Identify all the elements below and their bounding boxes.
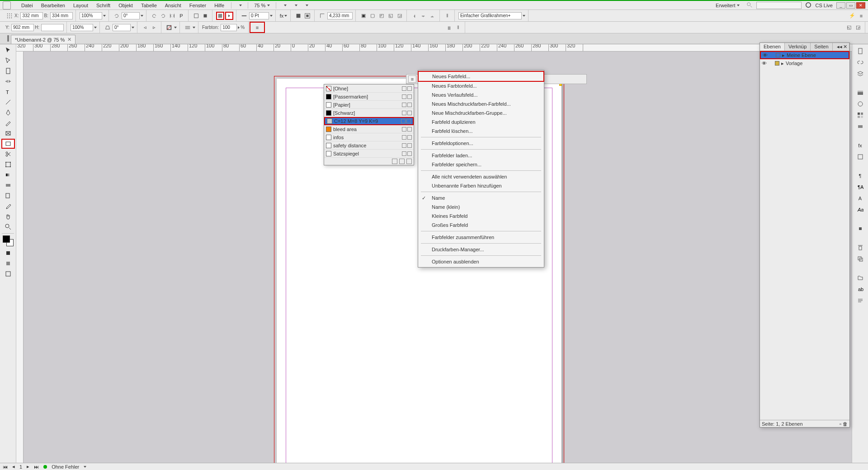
- menu-objekt[interactable]: Objekt: [114, 2, 137, 9]
- menu-ansicht[interactable]: Ansicht: [161, 2, 185, 9]
- refpoint-icon[interactable]: [5, 12, 14, 20]
- new-swatch-icon[interactable]: [399, 159, 405, 164]
- menu-datei[interactable]: Datei: [17, 2, 37, 9]
- stroke-field[interactable]: [249, 12, 269, 19]
- menu-schrift[interactable]: Schrift: [92, 2, 114, 9]
- swatch-row[interactable]: Satzspiegel: [324, 150, 414, 158]
- view-options-2[interactable]: [290, 3, 301, 8]
- zoom-tool[interactable]: [1, 222, 15, 232]
- dist-v-icon[interactable]: ⫴: [454, 24, 462, 32]
- swatch-row[interactable]: [Schwarz]: [324, 109, 414, 117]
- hand-tool[interactable]: [1, 212, 15, 221]
- h-field[interactable]: [41, 24, 64, 31]
- stroke-icon[interactable]: [165, 24, 173, 32]
- tabs-panel-icon[interactable]: [854, 273, 867, 283]
- effects-icon[interactable]: fx: [279, 12, 288, 20]
- menu-item[interactable]: Alle nicht verwendeten auswählen: [418, 172, 544, 181]
- align-left-icon[interactable]: ⫞: [410, 12, 419, 20]
- selection-tool[interactable]: [1, 45, 15, 55]
- close-button[interactable]: ✕: [856, 2, 865, 9]
- pathfinder-icon[interactable]: [854, 254, 867, 264]
- rectangle-tool[interactable]: [1, 139, 15, 149]
- page-nav-prev-icon[interactable]: ◂: [12, 464, 15, 470]
- menu-item[interactable]: Farbfeld löschen...: [418, 127, 544, 136]
- pen-tool[interactable]: [1, 108, 15, 118]
- gradient-swatch-tool[interactable]: [1, 170, 15, 180]
- scalex-field[interactable]: [80, 12, 102, 19]
- tab-seiten[interactable]: Seiten: [811, 43, 832, 51]
- fit-content-icon[interactable]: ▢: [368, 12, 377, 20]
- links-panel-icon[interactable]: [854, 57, 867, 68]
- fill-dropdown-icon[interactable]: [225, 12, 233, 20]
- dist-h-icon[interactable]: ⫼: [445, 24, 453, 32]
- menu-item[interactable]: Name (klein): [418, 202, 544, 212]
- text-wrap-panel-icon[interactable]: [854, 223, 867, 234]
- w-field[interactable]: [50, 12, 73, 19]
- expand-icon[interactable]: ◱: [845, 24, 853, 32]
- menu-item[interactable]: Unbenannte Farben hinzufügen: [418, 181, 544, 190]
- workspace-dropdown[interactable]: Erweitert: [712, 1, 743, 9]
- tab-ebenen[interactable]: Ebenen: [760, 43, 785, 51]
- story-panel-icon[interactable]: [854, 295, 867, 306]
- menu-item[interactable]: Neues Verlaufsfeld...: [418, 90, 544, 99]
- distribute-icon[interactable]: ⫴: [443, 12, 452, 20]
- object-styles-icon[interactable]: [854, 151, 867, 162]
- panel-menu-button[interactable]: ≡: [408, 75, 416, 83]
- visibility-icon[interactable]: 👁: [762, 61, 767, 66]
- rotate-cw-icon[interactable]: [159, 12, 167, 20]
- fill-icon[interactable]: [216, 12, 224, 20]
- select-content-icon[interactable]: [201, 12, 209, 20]
- tab-verknuep[interactable]: Verknüp: [785, 43, 811, 51]
- select-container-icon[interactable]: [192, 12, 200, 20]
- textwrap-bounding-icon[interactable]: [303, 12, 311, 20]
- cslive-label[interactable]: CS Live: [815, 3, 833, 8]
- menu-item[interactable]: Druckfarben-Manager...: [418, 245, 544, 254]
- menu-item[interactable]: Optionen ausblenden: [418, 257, 544, 266]
- apply-color-icon[interactable]: [1, 248, 15, 258]
- shear-field[interactable]: [113, 24, 131, 31]
- tab-dock-handle[interactable]: [5, 33, 11, 44]
- flip-v-icon[interactable]: P: [177, 12, 185, 20]
- pencil-tool[interactable]: [1, 118, 15, 128]
- textwrap-none-icon[interactable]: [294, 12, 302, 20]
- menu-item[interactable]: Farbfelder speichern...: [418, 160, 544, 169]
- menu-hilfe[interactable]: Hilfe: [210, 2, 228, 9]
- disclosure-icon[interactable]: ▸: [781, 61, 784, 66]
- visibility-icon[interactable]: 👁: [763, 52, 768, 58]
- show-swatch-list-icon[interactable]: [392, 159, 397, 164]
- swatch-row[interactable]: C=12 M=8 Y=9 K=9: [324, 117, 414, 125]
- bridge-button[interactable]: [234, 3, 245, 8]
- menu-item[interactable]: Kleines Farbfeld: [418, 212, 544, 221]
- page-nav-next-icon[interactable]: ▸: [27, 464, 29, 470]
- scissors-tool[interactable]: [1, 149, 15, 159]
- color-panel-icon[interactable]: [854, 99, 867, 109]
- panel-close-icon[interactable]: ✕: [843, 44, 847, 50]
- corner-icon[interactable]: [318, 12, 326, 20]
- vertical-ruler[interactable]: [16, 52, 24, 463]
- preflight-status-label[interactable]: Ohne Fehler: [52, 464, 79, 470]
- corner-field[interactable]: [327, 12, 353, 19]
- para-styles-icon[interactable]: ¶A: [854, 182, 867, 193]
- rotate-ccw-icon[interactable]: [150, 12, 158, 20]
- menu-item[interactable]: Neue Mischdruckfarben-Gruppe...: [418, 108, 544, 118]
- flip-h-icon[interactable]: [168, 12, 176, 20]
- line-tool[interactable]: [1, 97, 15, 107]
- framefit-field[interactable]: [458, 12, 522, 19]
- swatch-row[interactable]: safety distance: [324, 141, 414, 150]
- view-mode-icon[interactable]: [1, 269, 15, 279]
- layer-row[interactable]: 👁▸Meine Ebene: [760, 51, 849, 59]
- swatch-row[interactable]: infos: [324, 133, 414, 141]
- note-tool[interactable]: [1, 191, 15, 201]
- center-content-icon[interactable]: ◲: [396, 12, 404, 20]
- free-transform-tool[interactable]: [1, 160, 15, 169]
- character-panel-icon[interactable]: A: [854, 193, 867, 204]
- new-layer-icon[interactable]: ▫: [840, 421, 841, 427]
- horizontal-ruler[interactable]: 3203002802602402202001801601401201008060…: [16, 44, 852, 52]
- close-tab-icon[interactable]: ✕: [67, 37, 71, 42]
- paragraph-panel-icon[interactable]: ¶: [854, 170, 867, 181]
- menu-item[interactable]: Farbfelder laden...: [418, 151, 544, 160]
- swatch-row[interactable]: [Ohne]: [324, 85, 414, 93]
- apply-gradient-icon[interactable]: [1, 258, 15, 268]
- align-center-icon[interactable]: ⫟: [420, 12, 428, 20]
- x-field[interactable]: [20, 12, 43, 19]
